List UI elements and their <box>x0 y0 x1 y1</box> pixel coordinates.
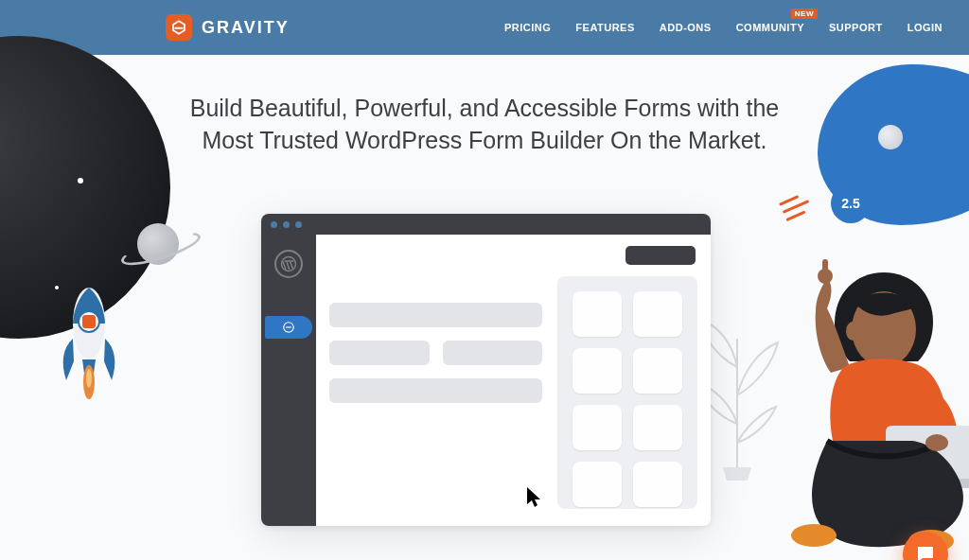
svg-point-6 <box>846 322 859 341</box>
main-nav: PRICING FEATURES ADD-ONS COMMUNITY NEW S… <box>504 22 943 33</box>
nav-pricing[interactable]: PRICING <box>504 22 551 33</box>
svg-rect-8 <box>822 259 828 278</box>
mock-palette-item <box>573 348 622 394</box>
svg-point-13 <box>925 434 948 451</box>
mock-field <box>329 341 430 365</box>
nav-addons[interactable]: ADD-ONS <box>660 22 712 33</box>
rocket-icon <box>51 269 127 420</box>
saturn-planet-icon <box>125 216 191 282</box>
nav-community-label: COMMUNITY <box>736 22 804 33</box>
nav-features[interactable]: FEATURES <box>575 22 634 33</box>
headline-line2: Most Trusted WordPress Form Builder On t… <box>203 127 767 153</box>
chat-icon <box>914 543 937 560</box>
nav-support[interactable]: SUPPORT <box>829 22 883 33</box>
mock-sidebar-active-item <box>265 316 312 339</box>
nav-login[interactable]: LOGIN <box>907 22 943 33</box>
window-dot-icon <box>283 221 290 228</box>
accent-rays-icon <box>779 192 813 221</box>
mock-palette-item <box>573 291 622 337</box>
logo-mark-icon <box>166 14 192 41</box>
mock-body <box>261 235 711 526</box>
hero-headline: Build Beautiful, Powerful, and Accessibl… <box>144 93 825 157</box>
mock-palette-item <box>573 462 622 507</box>
svg-point-11 <box>791 524 837 547</box>
mock-form-canvas <box>329 246 542 513</box>
mock-main <box>316 235 711 526</box>
mock-palette-item <box>633 291 682 337</box>
star-icon <box>78 178 83 184</box>
mock-field <box>443 341 543 365</box>
headline-line1: Build Beautiful, Powerful, and Accessibl… <box>190 95 780 121</box>
new-badge: NEW <box>791 9 818 19</box>
moon-icon <box>878 125 903 149</box>
mock-field <box>329 378 542 403</box>
svg-point-4 <box>86 369 92 388</box>
wordpress-icon <box>274 250 303 278</box>
topbar: GRAVITY PRICING FEATURES ADD-ONS COMMUNI… <box>0 0 969 55</box>
mock-field <box>329 303 542 327</box>
mock-palette-item <box>633 348 682 394</box>
mock-field-row <box>329 341 542 365</box>
mock-palette-item <box>573 405 622 450</box>
mock-palette-item <box>633 462 682 507</box>
cursor-icon <box>526 486 543 514</box>
page-root: GRAVITY PRICING FEATURES ADD-ONS COMMUNI… <box>0 0 969 560</box>
person-illustration-icon <box>770 255 969 560</box>
logo[interactable]: GRAVITY <box>166 14 290 41</box>
form-builder-mockup <box>261 214 711 526</box>
mock-dark-button <box>625 246 696 265</box>
version-badge: 2.5 <box>831 184 871 223</box>
mock-sidebar <box>261 235 316 526</box>
nav-community[interactable]: COMMUNITY NEW <box>736 22 804 33</box>
hero-section: Build Beautiful, Powerful, and Accessibl… <box>0 93 969 560</box>
mock-field-palette <box>557 276 697 509</box>
window-dot-icon <box>295 221 302 228</box>
window-dot-icon <box>271 221 277 228</box>
logo-text: GRAVITY <box>202 18 290 38</box>
svg-rect-2 <box>82 315 96 328</box>
mock-palette-item <box>633 405 682 450</box>
mock-window-titlebar <box>261 214 711 235</box>
